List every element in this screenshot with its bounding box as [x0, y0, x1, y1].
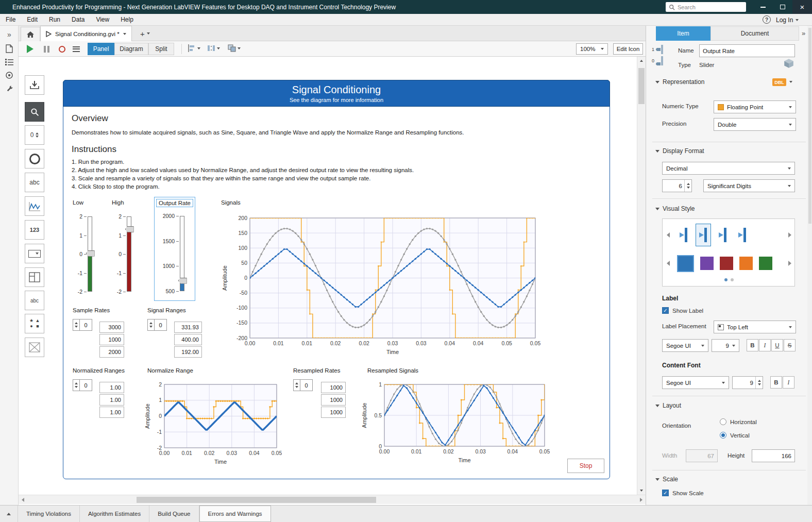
- bottom-tab-errors-and-warnings[interactable]: Errors and Warnings: [199, 506, 271, 522]
- tab-document[interactable]: Document: [711, 26, 799, 41]
- arrange-objects-button[interactable]: [228, 44, 241, 52]
- palette-layout-container[interactable]: [25, 267, 44, 287]
- show-scale-checkbox[interactable]: ✓ Show Scale: [662, 490, 704, 496]
- menu-run[interactable]: Run: [43, 14, 66, 25]
- numeric-type-select[interactable]: Floating Point: [714, 100, 796, 113]
- resampled-signals-graph[interactable]: 10.500.000.010.020.030.040.05TimeAmplitu…: [361, 379, 550, 469]
- close-button[interactable]: ×: [792, 0, 812, 14]
- menu-help[interactable]: Help: [115, 14, 139, 25]
- slider-style-thumbnail[interactable]: [696, 224, 711, 246]
- color-swatch[interactable]: [759, 257, 772, 270]
- italic-button[interactable]: I: [759, 339, 771, 351]
- distribute-objects-button[interactable]: [207, 44, 220, 52]
- prev-styles-icon[interactable]: [667, 232, 670, 238]
- prev-colors-icon[interactable]: [667, 261, 670, 266]
- menu-view[interactable]: View: [90, 14, 115, 25]
- next-styles-icon[interactable]: [788, 232, 791, 238]
- spinner-arrows-icon[interactable]: [148, 319, 155, 330]
- signal-range-value-1[interactable]: 331.93: [174, 322, 202, 333]
- palette-knob-control[interactable]: [25, 149, 44, 169]
- horizontal-scroll-thumb[interactable]: [137, 497, 376, 503]
- new-tab-button[interactable]: +: [136, 28, 154, 39]
- content-font-size-spinner[interactable]: 9: [732, 376, 763, 389]
- palette-numeric-control[interactable]: 0: [25, 125, 44, 145]
- label-font-size-select[interactable]: 9: [712, 339, 739, 352]
- dbl-badge[interactable]: DBL: [772, 78, 786, 86]
- run-button[interactable]: [24, 43, 36, 55]
- output-rate-slider[interactable]: 200015001000500: [159, 212, 184, 295]
- visual-style-section-header[interactable]: Visual Style: [655, 205, 695, 212]
- search-input[interactable]: Search: [666, 2, 746, 12]
- orientation-horizontal-radio[interactable]: Horizontal: [720, 418, 757, 425]
- representation-section-header[interactable]: Representation: [655, 78, 704, 86]
- align-objects-button[interactable]: [188, 44, 200, 52]
- palette-shapes[interactable]: ★▲ ●■: [25, 314, 44, 333]
- display-format-section-header[interactable]: Display Format: [655, 147, 704, 155]
- bold-button[interactable]: B: [747, 339, 758, 351]
- bottom-tab-algorithm-estimates[interactable]: Algorithm Estimates: [80, 506, 149, 522]
- orientation-vertical-radio[interactable]: Vertical: [720, 432, 750, 439]
- vi-front-panel[interactable]: Signal Conditioning See the diagram for …: [63, 80, 610, 479]
- inspector-scroll-thumb[interactable]: [808, 28, 811, 224]
- canvas-vertical-scrollbar[interactable]: [637, 57, 646, 495]
- tab-signal-conditioning[interactable]: Signal Conditioning.gvi *: [40, 26, 132, 41]
- spinner-arrows-icon[interactable]: [755, 377, 763, 389]
- signals-graph[interactable]: 200150100500-50-100-150-2000.000.010.010…: [221, 213, 540, 360]
- show-label-checkbox[interactable]: ✓ Show Label: [662, 307, 703, 314]
- palette-unplaced-items[interactable]: [25, 75, 44, 95]
- home-tab[interactable]: [21, 27, 40, 41]
- resampled-rate-value-3[interactable]: 1000: [321, 407, 346, 418]
- abort-button[interactable]: [56, 43, 68, 55]
- scale-section-header[interactable]: Scale: [655, 476, 678, 483]
- next-colors-icon[interactable]: [788, 261, 791, 266]
- color-swatch[interactable]: [677, 255, 694, 272]
- sample-rate-value-1[interactable]: 3000: [99, 322, 124, 333]
- canvas-horizontal-scrollbar[interactable]: [19, 495, 646, 504]
- minimize-button[interactable]: [753, 0, 773, 14]
- name-input[interactable]: [699, 44, 795, 57]
- pause-button[interactable]: [40, 43, 53, 55]
- output-rate-label[interactable]: Output Rate: [156, 199, 193, 207]
- output-rate-control[interactable]: Output Rate 200015001000500: [154, 197, 195, 301]
- menu-file[interactable]: File: [0, 14, 21, 25]
- palette-decoration[interactable]: [25, 338, 44, 357]
- label-font-select[interactable]: Segoe UI: [662, 339, 708, 352]
- view-tab-diagram[interactable]: Diagram: [114, 43, 148, 55]
- list-icon[interactable]: [0, 56, 19, 68]
- signal-ranges-index-spinner[interactable]: 0: [147, 319, 167, 331]
- menu-toggle-button[interactable]: [70, 43, 82, 55]
- pagination-dots[interactable]: [663, 278, 796, 281]
- strikethrough-button[interactable]: S: [784, 339, 796, 351]
- spinner-arrows-icon[interactable]: [73, 380, 80, 391]
- sample-rate-value-2[interactable]: 1000: [99, 334, 124, 345]
- spinner-arrows-icon[interactable]: [73, 319, 80, 330]
- chevron-down-icon[interactable]: [789, 81, 792, 83]
- palette-graph-control[interactable]: [25, 196, 44, 216]
- login-button[interactable]: Log In: [776, 14, 799, 26]
- color-swatch[interactable]: [739, 257, 753, 270]
- height-input[interactable]: [752, 449, 795, 462]
- digits-mode-select[interactable]: Significant Digits: [703, 179, 795, 192]
- more-tabs-icon[interactable]: »: [802, 29, 805, 37]
- normalized-range-value-3[interactable]: 1.00: [99, 407, 124, 418]
- scroll-up-icon[interactable]: [637, 57, 646, 65]
- maximize-button[interactable]: [773, 0, 792, 14]
- underline-button[interactable]: U: [771, 339, 783, 351]
- digits-spinner[interactable]: 6: [662, 179, 692, 192]
- layout-section-header[interactable]: Layout: [655, 402, 681, 409]
- tab-item[interactable]: Item: [656, 26, 711, 41]
- content-bold-button[interactable]: B: [770, 376, 782, 389]
- inspector-scrollbar[interactable]: [807, 26, 812, 505]
- wrench-icon[interactable]: [0, 82, 19, 95]
- view-tab-split[interactable]: Split: [148, 43, 174, 55]
- panel-canvas[interactable]: 0 abc 123 abc ★▲ ●■: [19, 57, 637, 495]
- bottom-tab-timing-violations[interactable]: Timing Violations: [18, 506, 80, 522]
- palette-dropdown-control[interactable]: [25, 244, 44, 263]
- format-select[interactable]: Decimal: [662, 162, 795, 175]
- normalized-range-value-2[interactable]: 1.00: [99, 394, 124, 406]
- slider-handle[interactable]: [125, 226, 134, 232]
- resampled-rate-value-1[interactable]: 1000: [321, 382, 346, 393]
- normalized-ranges-index-spinner[interactable]: 0: [73, 379, 92, 391]
- document-icon[interactable]: [0, 42, 19, 55]
- scroll-left-icon[interactable]: [19, 496, 27, 504]
